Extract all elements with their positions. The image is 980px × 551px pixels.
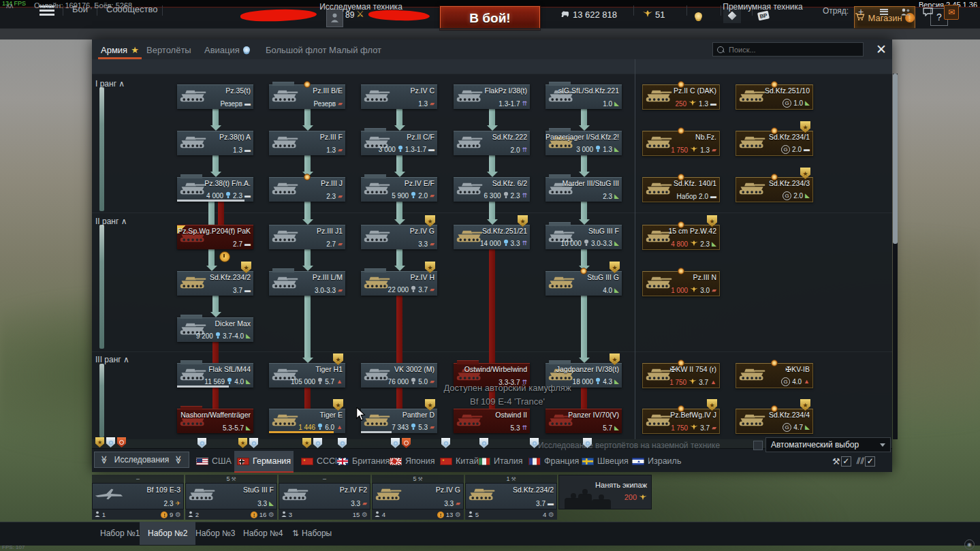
vehicle-card[interactable]: ★Sd.Kfz.234/1G2.0▬ bbox=[736, 131, 813, 156]
vehicle-card[interactable]: Pz.38(t) A1.3▬ bbox=[177, 131, 253, 155]
golden-eagles-balance[interactable]: 51 bbox=[643, 10, 665, 20]
vehicle-card[interactable]: sIG SfL/Sd.Kfz.2211.0◣ bbox=[546, 84, 622, 109]
crew-slot-status: 1! 9 ⚙ bbox=[92, 509, 184, 520]
vehicle-name: Pz.Sp.Wg.P204(f) PaK bbox=[178, 227, 251, 235]
to-battle-button[interactable]: В бой! bbox=[440, 6, 540, 30]
nation-tab-se[interactable]: Швеция bbox=[582, 454, 629, 469]
vehicle-card[interactable]: Nashorn/Waffenträger5.3-5.7◣ bbox=[177, 409, 253, 433]
vehicle-card[interactable]: ★StuG III G4.0◣ bbox=[546, 271, 622, 296]
vehicle-name: Nb.Fz. bbox=[695, 133, 716, 141]
vehicle-card[interactable]: ★Sd.Kfz.234/4G4.7◣ bbox=[736, 409, 813, 434]
vehicle-card[interactable]: ✠KW II 754 (r)1 7503.7▲ bbox=[642, 363, 720, 388]
nation-tab-gb[interactable]: Британия bbox=[336, 454, 390, 469]
list-icon[interactable] bbox=[877, 5, 891, 18]
vehicle-card[interactable]: Pz.III L/M3.0-3.3▰ bbox=[269, 271, 345, 296]
vehicle-card[interactable]: Pz.IV E/F5 9002.0▰ bbox=[361, 177, 437, 202]
camouflage-filter[interactable]: ⫽⫽✓ bbox=[857, 456, 876, 467]
vehicle-card[interactable]: ★Sd.Kfz.251/2114 0003.3⇈ bbox=[454, 225, 530, 249]
vehicle-card[interactable]: ★Panther D7 3435.3▰ bbox=[361, 409, 437, 433]
vehicle-card[interactable]: Panzer IV/70(V)5.7◣ bbox=[546, 409, 622, 433]
vehicle-class-icon-spaa: ⇈ bbox=[522, 101, 527, 107]
golden-eagle-icon bbox=[690, 424, 698, 432]
presets-button[interactable]: ⇅Наборы bbox=[285, 522, 338, 545]
vehicle-card[interactable]: Pz.II C (DAK)2501.3▬ bbox=[642, 84, 720, 110]
tab-авиация[interactable]: Авиация bbox=[204, 43, 250, 57]
vehicle-card[interactable]: Sd.Kfz. 6/26 3002.3⇈ bbox=[454, 177, 530, 202]
crew-slot-1[interactable]: –Bf 109 E-32.3✈ 1! 9 ⚙ bbox=[92, 475, 184, 520]
vehicle-card[interactable]: Flak SfL/M4411 5694.0◣ bbox=[177, 363, 253, 388]
tree-connector-red bbox=[396, 295, 402, 363]
silver-lions-balance[interactable]: 13 622 818 bbox=[560, 10, 617, 20]
nation-tab-it[interactable]: Италия bbox=[478, 454, 523, 469]
heli-research-checkbox[interactable] bbox=[753, 441, 763, 450]
vehicle-card[interactable]: ★Sd.Kfz.234/3G2.0◣ bbox=[736, 177, 813, 202]
vehicle-card[interactable]: FlakPz I/38(t)1.3-1.7⇈ bbox=[454, 84, 530, 109]
vehicle-card[interactable]: Pz.III J12.7▰ bbox=[269, 225, 345, 249]
mail-icon[interactable]: ✉ bbox=[944, 5, 959, 20]
tab-малый флот[interactable]: Малый флот bbox=[329, 43, 381, 57]
search-box[interactable] bbox=[712, 42, 864, 57]
hire-crew-slot[interactable]: Нанять экипаж200 bbox=[558, 475, 652, 509]
auto-select-dropdown[interactable]: Автоматический выбор bbox=[765, 437, 891, 452]
vehicle-card[interactable]: Dicker Max9 2003.7-4.0◣ bbox=[177, 317, 253, 342]
vehicle-class-icon-medium: ▰ bbox=[712, 425, 716, 431]
crew-slot-2[interactable]: 5⚒StuG III F3.3◣ 2! 16 ⚙ bbox=[185, 475, 277, 520]
nation-tab-us[interactable]: США bbox=[196, 454, 232, 469]
vehicle-image bbox=[738, 413, 768, 430]
contacts-icon[interactable] bbox=[899, 5, 913, 18]
vehicle-name: Marder III/StuG III bbox=[563, 179, 619, 187]
nation-tab-jp[interactable]: Япония bbox=[390, 454, 434, 469]
nation-tab-il[interactable]: Израиль bbox=[632, 454, 681, 469]
vehicle-card[interactable]: Sd.Kfz. 140/1Набор2.0▬ bbox=[642, 177, 720, 202]
vehicle-card[interactable]: ★Pz.IV G3.3▰ bbox=[361, 225, 437, 249]
preset-tab-4[interactable]: Набор №4 bbox=[235, 522, 291, 545]
vehicle-card[interactable]: Nb.Fz.1 7501.3▰ bbox=[642, 131, 720, 156]
tree-scrollbar[interactable] bbox=[893, 74, 898, 439]
vehicle-card[interactable]: Pz.III N1 0003.0▰ bbox=[642, 271, 720, 296]
vehicle-card[interactable]: Pz.III J2.3▰ bbox=[269, 177, 345, 202]
vehicle-card[interactable]: ★Tiger E1 4466.0▲ bbox=[269, 409, 345, 433]
vehicle-card[interactable]: Pz.III F1.3▰ bbox=[269, 131, 345, 155]
vehicle-card[interactable]: ★Pz.IV H22 0003.7▰ bbox=[361, 271, 437, 296]
tab-армия[interactable]: Армия★ bbox=[101, 43, 139, 57]
vehicle-card[interactable]: Pz.35(t)Резерв▬ bbox=[177, 84, 253, 109]
vehicle-card[interactable]: ★Sd.Kfz.234/23.7▬ bbox=[177, 271, 253, 296]
vehicle-card[interactable]: Pz.Sp.Wg.P204(f) PaK2.7▬ bbox=[177, 225, 253, 249]
nation-tab-su[interactable]: СССР bbox=[301, 454, 341, 469]
vehicle-card[interactable]: ✠KV-IBG4.0▲ bbox=[736, 363, 813, 388]
crew-slot-4[interactable]: 5⚒Pz.IV G3.3▰ 4! 13 ⚙ bbox=[372, 475, 464, 520]
vehicle-card[interactable]: Pz.II C/F3 0001.3-1.7▬ bbox=[361, 131, 437, 155]
vehicle-card[interactable]: ★Pz.BefWg.IV J1 7503.7▰ bbox=[642, 409, 720, 434]
vehicle-card[interactable]: Marder III/StuG III2.3◣ bbox=[546, 177, 622, 202]
vehicle-card[interactable]: StuG III F10 0003.0-3.3◣ bbox=[546, 225, 622, 249]
vehicle-card[interactable]: Sd.Kfz.251/10G1.0◣ bbox=[736, 84, 813, 110]
corner-settings-icon[interactable]: ◉ bbox=[964, 539, 975, 550]
nation-tab-cn[interactable]: Китай bbox=[440, 454, 479, 469]
battle-rating: 2.0 bbox=[792, 146, 802, 153]
crew-slot-3[interactable]: –Pz.IV F23.3▰ 3 15 ⚙ bbox=[279, 475, 370, 520]
vehicle-card[interactable]: Pz.38(t) F/n.A.4 0002.3▬ bbox=[177, 177, 253, 202]
search-input[interactable] bbox=[727, 45, 859, 54]
vehicle-card[interactable]: Ostwind II5.3⇈ bbox=[454, 409, 530, 433]
nation-tab-fr[interactable]: Франция bbox=[528, 454, 579, 469]
vehicle-card[interactable]: ★15 cm Pz.W.424 8002.3◣ bbox=[642, 225, 720, 250]
collapse-chevron-icon[interactable]: ∧∧ bbox=[5, 2, 13, 10]
player-avatar[interactable] bbox=[326, 9, 343, 27]
tab-большой флот[interactable]: Большой флот bbox=[266, 43, 326, 57]
research-view-button[interactable]: ≫ Исследования ≫ bbox=[94, 452, 189, 468]
nation-tab-de[interactable]: Германия bbox=[237, 454, 291, 469]
modifications-filter[interactable]: ⚒✓ bbox=[832, 456, 851, 467]
close-icon[interactable]: ✕ bbox=[873, 41, 889, 57]
squad-invite-plus-icon[interactable]: + bbox=[854, 5, 868, 18]
vehicle-card[interactable]: Pz.IV C1.3▰ bbox=[361, 84, 437, 109]
crew-slot-5[interactable]: 1⚒Sd.Kfz.234/23.7▬ 5 4 ⚙ bbox=[465, 475, 557, 520]
vehicle-card[interactable]: Pz.III B/EРезерв▰ bbox=[269, 84, 345, 109]
chat-icon[interactable] bbox=[921, 5, 934, 18]
tab-вертолёты[interactable]: Вертолёты bbox=[146, 43, 191, 57]
scrollbar-thumb[interactable] bbox=[893, 74, 898, 244]
vehicle-card[interactable]: Sd.Kfz.2222.0⇈ bbox=[454, 131, 530, 155]
medal-icon bbox=[678, 221, 684, 228]
vehicle-card[interactable]: Panzerjager I/Sd.Kfz.2!3 0001.3◣ bbox=[546, 131, 622, 155]
rank-label[interactable]: III ранг ∧ bbox=[95, 355, 129, 364]
vehicle-card[interactable]: ★Tiger H1105 0005.7▲ bbox=[269, 363, 345, 388]
